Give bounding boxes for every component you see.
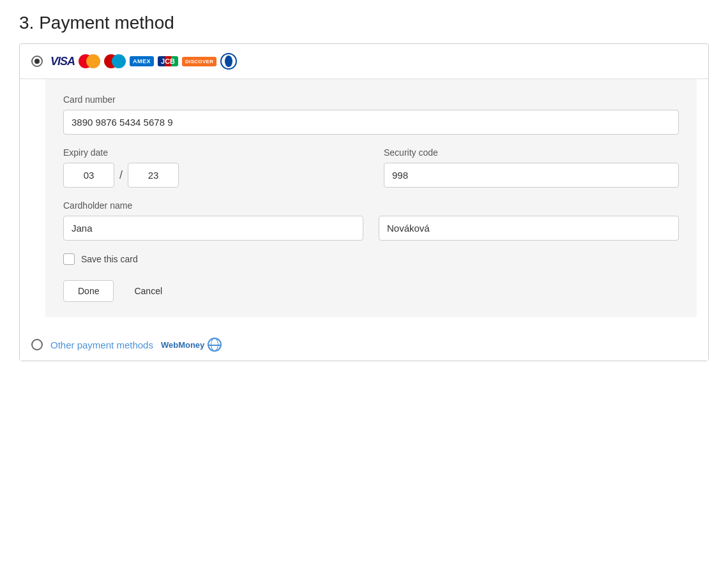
cardholder-label: Cardholder name: [63, 200, 679, 211]
card-radio-button[interactable]: [31, 56, 43, 67]
maestro-logo: [104, 54, 126, 68]
webmoney-text: WebMoney: [161, 340, 204, 350]
save-card-checkbox[interactable]: [63, 253, 75, 265]
other-payment-radio[interactable]: [31, 339, 43, 350]
amex-logo: AMEX: [130, 56, 154, 66]
card-number-input[interactable]: [63, 110, 679, 135]
diners-logo: [220, 53, 237, 70]
security-code-input[interactable]: [384, 163, 679, 188]
security-code-label: Security code: [384, 147, 679, 158]
expiry-security-row: Expiry date / Security code: [63, 147, 679, 188]
last-name-input[interactable]: [379, 216, 679, 241]
card-number-group: Card number: [63, 94, 679, 135]
cardholder-name-row: [63, 216, 679, 241]
cardholder-group: Cardholder name: [63, 200, 679, 241]
mastercard-logo: [79, 54, 100, 68]
expiry-label: Expiry date: [63, 147, 358, 158]
save-card-label: Save this card: [81, 254, 138, 264]
page-title: 3. Payment method: [19, 13, 709, 33]
form-buttons: Done Cancel: [63, 280, 679, 302]
card-form: Card number Expiry date / Security code …: [45, 79, 697, 317]
other-payment-label: Other payment methods: [50, 340, 153, 350]
payment-section: VISA AMEX JCB DISCOVER Card num: [19, 43, 709, 361]
card-payment-option[interactable]: VISA AMEX JCB DISCOVER: [20, 44, 708, 79]
other-payment-option[interactable]: Other payment methods WebMoney: [20, 329, 708, 361]
card-number-label: Card number: [63, 94, 679, 105]
expiry-separator: /: [119, 168, 123, 182]
webmoney-logo: WebMoney: [161, 338, 222, 352]
expiry-year-input[interactable]: [128, 163, 179, 188]
expiry-fields: /: [63, 163, 358, 188]
first-name-input[interactable]: [63, 216, 363, 241]
jcb-logo: JCB: [158, 56, 178, 66]
expiry-month-input[interactable]: [63, 163, 114, 188]
expiry-group: Expiry date /: [63, 147, 358, 188]
visa-logo: VISA: [50, 55, 75, 68]
discover-logo: DISCOVER: [182, 57, 216, 66]
card-logos: VISA AMEX JCB DISCOVER: [50, 53, 237, 70]
save-card-row: Save this card: [63, 253, 679, 265]
security-group: Security code: [384, 147, 679, 188]
webmoney-globe-icon: [208, 338, 222, 352]
done-button[interactable]: Done: [63, 280, 114, 302]
cancel-button[interactable]: Cancel: [124, 281, 172, 301]
